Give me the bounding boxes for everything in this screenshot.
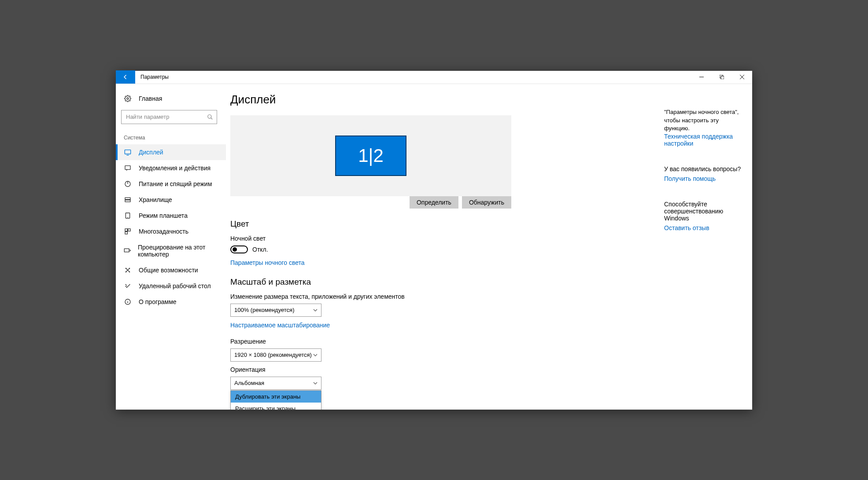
sidebar-item-label: Режим планшета (139, 212, 188, 219)
svg-point-14 (126, 267, 127, 269)
sidebar-item-label: Хранилище (139, 196, 172, 203)
titlebar: Параметры (116, 71, 752, 84)
color-heading: Цвет (230, 219, 651, 229)
custom-scale-link[interactable]: Настраиваемое масштабирование (230, 322, 330, 329)
feedback-link[interactable]: Оставить отзыв (664, 224, 709, 231)
search-box[interactable] (121, 110, 217, 124)
minimize-icon (699, 75, 704, 79)
display-arrangement-area[interactable]: 1|2 (230, 115, 511, 196)
info-icon (124, 298, 132, 305)
svg-rect-13 (124, 249, 129, 252)
night-light-settings-link[interactable]: Параметры ночного света (230, 259, 305, 266)
scale-heading: Масштаб и разметка (230, 277, 651, 287)
svg-rect-11 (128, 229, 130, 231)
sidebar-item-label: Уведомления и действия (139, 165, 211, 172)
sidebar-item-tablet[interactable]: Режим планшета (116, 208, 226, 224)
share-icon (124, 267, 132, 274)
main-content: Дисплей 1|2 Определить Обнаружить Цвет Н… (226, 84, 664, 410)
svg-point-16 (126, 271, 127, 272)
improve-heading: Способствуйте совершенствованию Windows (664, 201, 743, 222)
multitask-icon (124, 228, 132, 235)
window-controls (691, 70, 752, 84)
storage-icon (124, 196, 132, 203)
monitor-tile[interactable]: 1|2 (335, 136, 406, 176)
sidebar: Главная Система Дисплей Уведомления и де… (116, 84, 226, 410)
body: Главная Система Дисплей Уведомления и де… (116, 84, 752, 410)
close-button[interactable] (732, 70, 752, 84)
svg-rect-10 (125, 229, 127, 231)
section-title: Система (116, 130, 226, 144)
sidebar-item-label: Многозадачность (139, 228, 188, 235)
minimize-button[interactable] (691, 70, 712, 84)
night-light-toggle[interactable] (230, 245, 248, 253)
svg-rect-1 (721, 76, 724, 79)
multi-option[interactable]: Расширить эти экраны (231, 403, 321, 410)
monitor-label: 1|2 (358, 145, 384, 166)
maximize-button[interactable] (712, 70, 732, 84)
toggle-knob (233, 247, 237, 252)
svg-point-15 (129, 267, 130, 269)
search-icon (207, 114, 213, 120)
chat-icon (124, 165, 132, 172)
right-pane: "Параметры ночного света", чтобы настрои… (664, 84, 752, 410)
sidebar-item-label: Дисплей (139, 149, 163, 156)
identify-button[interactable]: Определить (410, 196, 458, 209)
sidebar-item-label: О программе (139, 298, 177, 305)
chevron-down-icon (313, 308, 318, 312)
svg-point-9 (127, 217, 128, 217)
svg-rect-12 (125, 231, 127, 234)
orientation-label: Ориентация (230, 366, 651, 373)
svg-rect-4 (125, 165, 130, 169)
questions-heading: У вас появились вопросы? (664, 165, 743, 172)
home-label: Главная (139, 95, 162, 102)
search-input[interactable] (122, 110, 217, 124)
svg-point-2 (208, 114, 211, 118)
search-wrap (116, 106, 226, 130)
sidebar-item-projecting[interactable]: Проецирование на этот компьютер (116, 239, 226, 262)
svg-rect-6 (125, 198, 130, 199)
svg-point-17 (129, 271, 130, 272)
night-light-state: Откл. (252, 246, 268, 253)
svg-rect-7 (125, 200, 130, 202)
svg-rect-3 (125, 150, 130, 154)
orientation-dropdown[interactable]: Альбомная (230, 377, 321, 390)
monitor-icon (124, 149, 132, 156)
sidebar-item-power[interactable]: Питание и спящий режим (116, 176, 226, 192)
hint-text: чтобы настроить эту функцию. (664, 117, 743, 132)
sidebar-item-shared[interactable]: Общие возможности (116, 262, 226, 278)
arrow-left-icon (122, 73, 129, 81)
get-help-link[interactable]: Получить помощь (664, 175, 716, 182)
sidebar-item-label: Проецирование на этот компьютер (138, 244, 218, 258)
sidebar-item-about[interactable]: О программе (116, 294, 226, 310)
tablet-icon (124, 212, 132, 219)
sidebar-item-label: Общие возможности (139, 267, 198, 274)
multiple-displays-dropdown-open[interactable]: Дублировать эти экраны Расширить эти экр… (230, 390, 321, 410)
home-button[interactable]: Главная (116, 91, 226, 106)
scale-value: 100% (рекомендуется) (234, 307, 294, 313)
sidebar-item-label: Удаленный рабочий стол (139, 282, 211, 289)
maximize-icon (720, 75, 724, 79)
settings-window: Параметры Главная (116, 71, 752, 410)
support-link[interactable]: Техническая поддержка настройки (664, 133, 743, 147)
sidebar-item-multitasking[interactable]: Многозадачность (116, 224, 226, 239)
project-icon (124, 247, 131, 254)
sidebar-item-storage[interactable]: Хранилище (116, 192, 226, 208)
resolution-dropdown[interactable]: 1920 × 1080 (рекомендуется) (230, 348, 321, 362)
chevron-down-icon (313, 353, 318, 357)
back-button[interactable] (116, 70, 135, 84)
gear-icon (124, 95, 132, 102)
orientation-value: Альбомная (234, 380, 264, 386)
display-buttons-row: Определить Обнаружить (230, 196, 511, 209)
sidebar-item-remote[interactable]: Удаленный рабочий стол (116, 278, 226, 294)
sidebar-item-notifications[interactable]: Уведомления и действия (116, 160, 226, 176)
window-title: Параметры (140, 74, 169, 80)
hint-text: "Параметры ночного света", (664, 108, 743, 116)
close-icon (740, 75, 744, 79)
detect-button[interactable]: Обнаружить (462, 196, 511, 209)
sidebar-item-display[interactable]: Дисплей (116, 144, 226, 160)
remote-icon (124, 282, 132, 289)
power-icon (124, 180, 132, 187)
scale-label: Изменение размера текста, приложений и д… (230, 293, 651, 300)
multi-option[interactable]: Дублировать эти экраны (231, 391, 321, 403)
scale-dropdown[interactable]: 100% (рекомендуется) (230, 304, 321, 317)
